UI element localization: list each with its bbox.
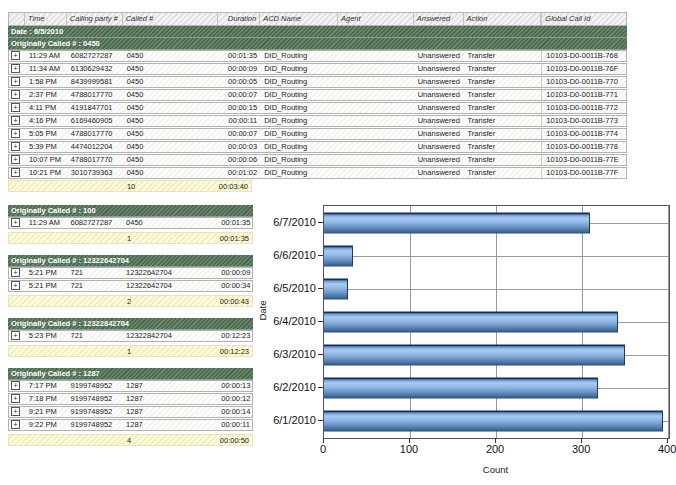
col-called[interactable]: Called # [123, 13, 219, 25]
group-summary-row: 1 00:12:23 [8, 345, 253, 357]
group-table-12322842704: Originally Called # : 12322842704 +5:23 … [8, 318, 253, 357]
col-acd-name[interactable]: ACD Name [260, 13, 338, 25]
expand-cell: + [9, 116, 25, 126]
cell-called: 0450 [123, 155, 219, 165]
cell-act: Transfer [464, 116, 542, 126]
cell-agent [338, 64, 414, 74]
cell-act: Transfer [464, 129, 542, 139]
expand-icon[interactable]: + [11, 142, 20, 151]
table-row: +5:05 PM4788017770045000:00:07DID_Routin… [8, 128, 627, 140]
cell-dur: 00:00:13 [217, 381, 252, 391]
expand-icon[interactable]: + [11, 129, 20, 138]
table-row: +5:39 PM4474012204045000:00:03DID_Routin… [8, 141, 627, 153]
group-table-1287: Originally Called # : 1287 +7:17 PM91997… [8, 368, 253, 446]
col-action[interactable]: Action [464, 13, 542, 25]
cell-agent [338, 155, 414, 165]
cell-time: 11:29 AM [25, 51, 67, 61]
expand-icon[interactable]: + [11, 268, 20, 277]
expand-icon[interactable]: + [11, 103, 20, 112]
cell-calling: 4474012204 [67, 142, 123, 152]
table-row: +11:29 AM6082727287045000:01:35DID_Routi… [8, 50, 627, 62]
cell-ans: Unanswered [414, 116, 464, 126]
cell-gid: 10103-D0-0011B-76F [541, 64, 626, 74]
expand-icon[interactable]: + [11, 155, 20, 164]
expand-icon[interactable]: + [11, 394, 20, 403]
col-time[interactable]: Time [25, 13, 67, 25]
cell-agent [338, 77, 414, 87]
cell-time: 1:58 PM [25, 77, 67, 87]
expand-icon[interactable]: + [11, 331, 20, 340]
table-row: +5:21 PM7211232264270400:00:34 [8, 280, 253, 292]
table-row: +7:17 PM9199748952128700:00:13 [8, 380, 253, 392]
bar-6-1-2010 [324, 411, 663, 432]
y-tick [318, 420, 323, 421]
cell-agent [338, 90, 414, 100]
expand-cell: + [9, 142, 25, 152]
cell-called: 1287 [122, 394, 217, 404]
cell-ans: Unanswered [414, 103, 464, 113]
cell-calling: 6130629432 [67, 64, 123, 74]
cell-called: 12322642704 [122, 268, 217, 278]
expand-cell: + [9, 77, 25, 87]
cell-ans: Unanswered [414, 51, 464, 61]
cell-calling: 721 [67, 331, 123, 341]
cell-acd: DID_Routing [260, 103, 338, 113]
cell-called: 12322642704 [122, 281, 217, 291]
cell-called: 0450 [123, 103, 219, 113]
cell-time: 5:21 PM [25, 281, 67, 291]
bar-6-7-2010 [324, 212, 590, 233]
col-calling-party[interactable]: Calling party # [67, 13, 123, 25]
cell-ans: Unanswered [414, 129, 464, 139]
cell-time: 4:16 PM [25, 116, 67, 126]
expand-icon[interactable]: + [11, 407, 20, 416]
group-header: Originally Called # : 12322842704 [8, 318, 253, 330]
x-tick-label: 300 [561, 443, 601, 455]
expand-icon[interactable]: + [11, 420, 20, 429]
expand-icon[interactable]: + [11, 381, 20, 390]
summary-duration: 00:01:35 [219, 233, 252, 243]
cell-calling: 9199748952 [67, 394, 123, 404]
col-global-call-id[interactable]: Global Call Id [541, 13, 626, 25]
expand-icon[interactable]: + [11, 90, 20, 99]
cell-time: 4:11 PM [25, 103, 67, 113]
col-answered[interactable]: Answered [414, 13, 464, 25]
cell-dur: 00:01:35 [218, 51, 260, 61]
expand-icon[interactable]: + [11, 77, 20, 86]
cell-calling: 6082727287 [67, 51, 123, 61]
expand-cell: + [9, 51, 25, 61]
count-by-date-bar-chart: Count Date 01002003004006/7/20106/6/2010… [250, 200, 676, 485]
expand-icon[interactable]: + [11, 168, 20, 177]
table-row: +7:18 PM9199748952128700:00:12 [8, 393, 253, 405]
cell-dur: 00:12:23 [217, 331, 252, 341]
table-header-row: Time Calling party # Called # Duration A… [8, 12, 627, 26]
cell-ans: Unanswered [414, 90, 464, 100]
y-tick [318, 255, 323, 256]
group-summary-row: 10 00:03:40 [8, 180, 252, 192]
expand-cell: + [9, 381, 25, 391]
expand-icon[interactable]: + [11, 281, 20, 290]
cell-time: 2:37 PM [25, 90, 67, 100]
cell-time: 10:07 PM [25, 155, 67, 165]
group-summary-row: 2 00:00:43 [8, 295, 253, 307]
expand-icon[interactable]: + [11, 218, 20, 227]
y-tick [318, 321, 323, 322]
x-tick-label: 0 [303, 443, 343, 455]
cell-called: 0450 [123, 129, 219, 139]
y-tick [318, 222, 323, 223]
cell-ans: Unanswered [414, 155, 464, 165]
summary-spacer [9, 233, 123, 243]
expand-icon[interactable]: + [11, 64, 20, 73]
cell-agent [338, 168, 414, 178]
cell-gid: 10103-D0-0011B-771 [541, 90, 626, 100]
y-tick-label: 6/4/2010 [250, 314, 316, 328]
col-agent[interactable]: Agent [338, 13, 414, 25]
cell-acd: DID_Routing [260, 155, 338, 165]
expand-icon[interactable]: + [11, 51, 20, 60]
group-header: Originally Called # : 100 [8, 205, 253, 217]
group-rows: +5:21 PM7211232264270400:00:09+5:21 PM72… [8, 267, 253, 292]
cell-ans: Unanswered [414, 168, 464, 178]
summary-spacer [9, 181, 123, 191]
expand-icon[interactable]: + [11, 116, 20, 125]
col-duration[interactable]: Duration [218, 13, 260, 25]
cell-calling: 9199748952 [67, 420, 123, 430]
